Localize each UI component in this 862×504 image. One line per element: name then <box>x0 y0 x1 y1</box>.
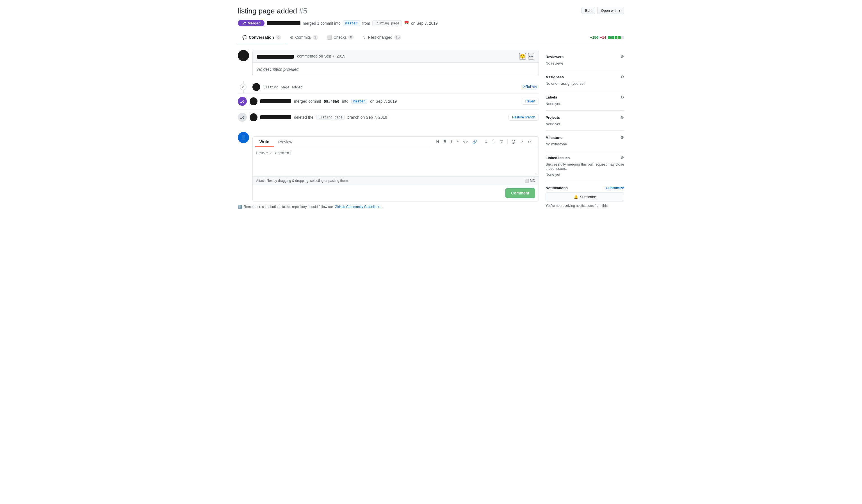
unordered-list-button[interactable]: ≡ <box>483 138 489 145</box>
projects-gear-button[interactable]: ⚙ <box>621 115 624 120</box>
comment-body: No description provided. <box>253 63 538 76</box>
edit-button[interactable]: Edit <box>582 7 595 14</box>
checks-icon: ⬜ <box>327 35 332 40</box>
target-branch[interactable]: master <box>343 21 360 26</box>
delete-action-icon: ⎇ <box>238 113 247 122</box>
timeline: ⊙ listing page added 2fbd769 ⎇ merged co… <box>238 81 539 125</box>
linked-issues-desc: Successfully merging this pull request m… <box>546 162 624 171</box>
guidelines-link[interactable]: GitHub Community Guidelines <box>335 205 380 209</box>
guidelines-footer: ℹ️ Remember, contributions to this repos… <box>238 201 539 212</box>
tab-commits[interactable]: ⊙ Commits 1 <box>286 32 322 43</box>
merge-action-icon: ⎇ <box>238 97 247 106</box>
projects-section: Projects ⚙ None yet <box>546 110 624 131</box>
author-redacted <box>267 21 300 25</box>
bold-button[interactable]: B <box>442 138 448 145</box>
submit-section: Comment <box>253 185 538 201</box>
comment-footer: Attach files by dragging & dropping, sel… <box>253 176 538 185</box>
quote-button[interactable]: ❝ <box>455 138 460 145</box>
milestone-label: Milestone ⚙ <box>546 135 624 140</box>
linked-issues-gear-button[interactable]: ⚙ <box>621 156 624 160</box>
commit-row: listing page added 2fbd769 <box>252 83 539 91</box>
tab-checks[interactable]: ⬜ Checks 0 <box>323 32 358 43</box>
comment-header-actions: 🙂 ••• <box>519 53 534 59</box>
link-button[interactable]: 🔗 <box>471 138 479 145</box>
delete-actor-avatar <box>250 114 258 121</box>
new-comment-area: 👤 Write Preview H B I ❝ <> <box>238 132 539 201</box>
files-icon: ⇧ <box>363 35 366 40</box>
milestone-gear-button[interactable]: ⚙ <box>621 135 624 140</box>
commit-author-avatar <box>252 83 260 91</box>
task-list-button[interactable]: ☑ <box>498 138 505 145</box>
milestone-section: Milestone ⚙ No milestone <box>546 131 624 151</box>
merge-actor-avatar <box>250 97 258 105</box>
assignees-label: Assignees ⚙ <box>546 75 624 79</box>
diff-stats: +156 −14 <box>590 35 624 40</box>
preview-tab[interactable]: Preview <box>274 137 297 146</box>
undo-button[interactable]: ↩ <box>526 138 533 145</box>
reviewers-value: No reviews <box>546 61 624 65</box>
avatar <box>238 50 249 61</box>
write-area: Write Preview H B I ❝ <> 🔗 ≡ 1. <box>252 136 539 201</box>
projects-label: Projects ⚙ <box>546 115 624 120</box>
current-user-avatar: 👤 <box>238 132 249 143</box>
diff-block-add-4 <box>618 36 621 39</box>
write-tabs: Write Preview <box>255 137 297 146</box>
comment-box: commented on Sep 7, 2019 🙂 ••• No descri… <box>238 50 539 76</box>
assignees-section: Assignees ⚙ No one—assign yourself <box>546 70 624 90</box>
main-layout: commented on Sep 7, 2019 🙂 ••• No descri… <box>238 50 624 212</box>
write-area-header: Write Preview H B I ❝ <> 🔗 ≡ 1. <box>253 137 538 147</box>
comment-meta: commented on Sep 7, 2019 <box>257 54 345 58</box>
merge-target-branch[interactable]: master <box>351 99 367 104</box>
heading-button[interactable]: H <box>434 138 441 145</box>
open-with-button[interactable]: Open with ▾ <box>597 7 624 14</box>
markdown-icon: ⬜ MD <box>525 179 535 183</box>
ref-button[interactable]: ↗ <box>518 138 525 145</box>
subscribe-note: You're not receiving notifications from … <box>546 204 624 208</box>
tab-conversation[interactable]: 💬 Conversation 0 <box>238 32 286 43</box>
reviewers-gear-button[interactable]: ⚙ <box>621 54 624 59</box>
ordered-list-button[interactable]: 1. <box>490 138 497 145</box>
mention-button[interactable]: @ <box>510 138 517 145</box>
code-button[interactable]: <> <box>461 138 469 145</box>
write-tab[interactable]: Write <box>255 137 274 147</box>
customize-link[interactable]: Customize <box>606 186 624 190</box>
revert-button[interactable]: Revert <box>522 98 539 105</box>
tabs-bar: 💬 Conversation 0 ⊙ Commits 1 ⬜ Checks 0 … <box>238 32 624 43</box>
reviewers-label: Reviewers ⚙ <box>546 54 624 59</box>
comment-header: commented on Sep 7, 2019 🙂 ••• <box>253 50 538 63</box>
linked-issues-label: Linked issues ⚙ <box>546 156 624 160</box>
merge-icon: ⎇ <box>242 21 246 25</box>
comment-author-redacted <box>257 55 294 59</box>
comment-input[interactable] <box>253 147 538 175</box>
source-branch[interactable]: listing_page <box>372 21 402 26</box>
merge-actor-redacted <box>260 100 291 103</box>
content-area: commented on Sep 7, 2019 🙂 ••• No descri… <box>238 50 539 212</box>
toolbar: H B I ❝ <> 🔗 ≡ 1. ☑ @ ↗ <box>431 137 536 147</box>
delete-action-row: ⎇ deleted the listing_page branch on Sep… <box>238 109 539 125</box>
restore-branch-button[interactable]: Restore branch <box>509 114 539 121</box>
assignees-value: No one—assign yourself <box>546 81 624 85</box>
submit-comment-button[interactable]: Comment <box>505 188 535 198</box>
commit-hash[interactable]: 2fbd769 <box>521 84 539 90</box>
bell-icon: 🔔 <box>574 195 578 199</box>
toolbar-divider <box>481 139 481 144</box>
labels-gear-button[interactable]: ⚙ <box>621 95 624 100</box>
projects-value: None yet <box>546 122 624 126</box>
subscribe-button[interactable]: 🔔 Subscribe <box>546 192 624 201</box>
pr-header: listing page added #5 Edit Open with ▾ <box>238 7 624 15</box>
labels-value: None yet <box>546 102 624 106</box>
toolbar-divider-2 <box>507 139 508 144</box>
more-options-button[interactable]: ••• <box>528 53 534 59</box>
sidebar: Reviewers ⚙ No reviews Assignees ⚙ No on… <box>546 50 624 212</box>
italic-button[interactable]: I <box>449 138 454 145</box>
labels-label: Labels ⚙ <box>546 95 624 100</box>
calendar-icon: 📅 <box>404 21 409 26</box>
tab-files-changed[interactable]: ⇧ Files changed 15 <box>358 32 406 43</box>
merge-action-row: ⎇ merged commit 59a48b0 into master on S… <box>238 93 539 109</box>
notifications-label: Notifications Customize <box>546 186 624 190</box>
diff-block-add-3 <box>615 36 617 39</box>
assignees-gear-button[interactable]: ⚙ <box>621 75 624 79</box>
diff-bar <box>608 36 624 39</box>
info-icon: ℹ️ <box>238 205 242 209</box>
emoji-button[interactable]: 🙂 <box>519 53 526 59</box>
